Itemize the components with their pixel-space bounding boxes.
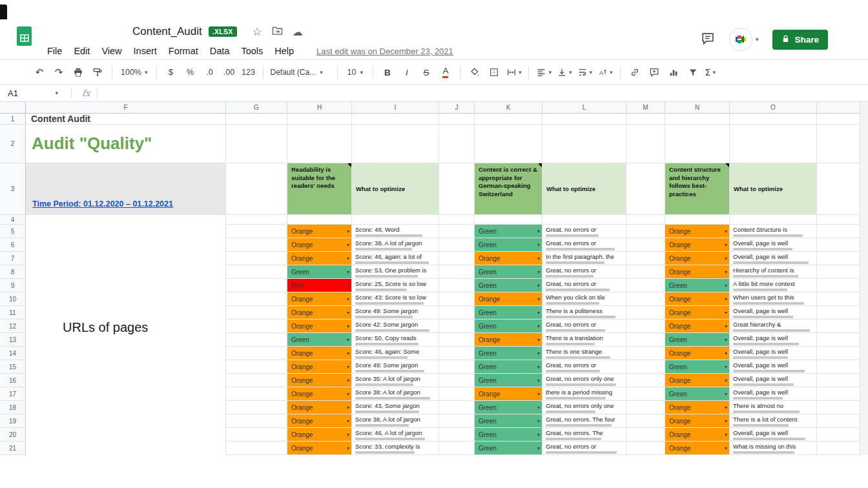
cell-J16[interactable] bbox=[439, 374, 475, 387]
note-cell-O15[interactable]: Overall, page is well bbox=[730, 360, 817, 374]
note-cell-O8[interactable]: Hierarchy of content is bbox=[730, 265, 817, 279]
cell-M6[interactable] bbox=[626, 238, 665, 252]
vertical-align-control[interactable]: ▾ bbox=[557, 67, 572, 77]
row-header-20[interactable]: 20 bbox=[0, 428, 26, 442]
decimal-decrease-button[interactable]: .0 bbox=[203, 65, 217, 80]
cell-G17[interactable] bbox=[226, 387, 287, 401]
cell-F11[interactable] bbox=[26, 306, 226, 320]
rating-cell-K14[interactable]: Green▾ bbox=[475, 347, 542, 360]
rating-cell-H17[interactable]: Orange▾ bbox=[287, 387, 352, 401]
decimal-increase-button[interactable]: .00 bbox=[222, 65, 236, 80]
cell-J7[interactable] bbox=[439, 252, 475, 265]
menu-tools[interactable]: Tools bbox=[235, 46, 269, 56]
cell-L1[interactable] bbox=[542, 114, 626, 125]
cell-O4[interactable] bbox=[730, 215, 817, 225]
fill-color-icon[interactable] bbox=[468, 65, 482, 80]
note-cell-I8[interactable]: Score: 53, One problem is bbox=[352, 265, 439, 279]
dropdown-arrow-icon[interactable]: ▾ bbox=[537, 310, 540, 316]
header-optimize-2[interactable]: What to optimize bbox=[542, 163, 626, 215]
dropdown-arrow-icon[interactable]: ▾ bbox=[347, 296, 349, 302]
dropdown-arrow-icon[interactable]: ▾ bbox=[347, 405, 349, 411]
cell-F6[interactable] bbox=[26, 238, 226, 252]
cell-F3-time-period[interactable]: Time Period: 01.12.2020 – 01.12.2021 bbox=[26, 163, 226, 215]
dropdown-arrow-icon[interactable]: ▾ bbox=[725, 418, 727, 424]
dropdown-arrow-icon[interactable]: ▾ bbox=[725, 337, 727, 343]
cell-F19[interactable] bbox=[26, 414, 226, 428]
cell-J10[interactable] bbox=[439, 292, 475, 306]
move-folder-icon[interactable] bbox=[272, 26, 283, 38]
note-cell-L17[interactable]: there is a period missing bbox=[542, 387, 626, 401]
dropdown-arrow-icon[interactable]: ▾ bbox=[537, 364, 540, 370]
cell-M16[interactable] bbox=[626, 374, 665, 387]
note-cell-O17[interactable]: Overall, page is well bbox=[730, 387, 817, 401]
cell-M19[interactable] bbox=[626, 414, 665, 428]
note-cell-L8[interactable]: Great, no errors or bbox=[542, 265, 626, 279]
cell-M18[interactable] bbox=[626, 401, 665, 414]
cell-J5[interactable] bbox=[439, 225, 475, 238]
cell-I4[interactable] bbox=[352, 215, 439, 225]
dropdown-arrow-icon[interactable]: ▾ bbox=[725, 242, 727, 248]
row-header-19[interactable]: 19 bbox=[0, 414, 26, 428]
note-cell-I11[interactable]: Score 49: Some jargon bbox=[352, 306, 439, 320]
menu-format[interactable]: Format bbox=[163, 46, 204, 56]
cell-F14[interactable] bbox=[26, 347, 226, 360]
rating-cell-N10[interactable]: Orange▾ bbox=[665, 292, 730, 306]
column-header-J[interactable]: J bbox=[439, 102, 475, 114]
rating-cell-K6[interactable]: Green▾ bbox=[475, 238, 542, 252]
note-cell-I19[interactable]: Score 38, A lot of jargon bbox=[352, 414, 439, 428]
column-header-L[interactable]: L bbox=[542, 102, 626, 114]
dropdown-arrow-icon[interactable]: ▾ bbox=[725, 283, 727, 289]
row-header-21[interactable]: 21 bbox=[0, 442, 26, 455]
dropdown-arrow-icon[interactable]: ▾ bbox=[347, 256, 349, 261]
cell-G20[interactable] bbox=[226, 428, 287, 442]
row-header-15[interactable]: 15 bbox=[0, 360, 26, 374]
note-cell-L16[interactable]: Great, no errors only one bbox=[542, 374, 626, 387]
italic-button[interactable]: I bbox=[400, 65, 414, 80]
note-cell-O20[interactable]: Overall, page is well bbox=[730, 428, 817, 442]
dropdown-arrow-icon[interactable]: ▾ bbox=[725, 269, 727, 275]
note-cell-L12[interactable]: Great, no errors or bbox=[542, 320, 626, 333]
note-cell-O10[interactable]: When users get to this bbox=[730, 292, 817, 306]
cell-F13[interactable] bbox=[26, 333, 226, 347]
cell-G21[interactable] bbox=[226, 442, 287, 455]
text-color-button[interactable]: A bbox=[442, 66, 448, 78]
note-cell-L20[interactable]: Great, no errors. The bbox=[542, 428, 626, 442]
column-header-H[interactable]: H bbox=[287, 102, 352, 114]
cell-G4[interactable] bbox=[226, 215, 287, 225]
dropdown-arrow-icon[interactable]: ▾ bbox=[347, 283, 349, 289]
rating-cell-N17[interactable]: Green▾ bbox=[665, 387, 730, 401]
dropdown-arrow-icon[interactable]: ▾ bbox=[347, 418, 349, 424]
undo-icon[interactable]: ↶ bbox=[32, 65, 46, 80]
note-cell-O9[interactable]: A little bit more context bbox=[730, 279, 817, 292]
dropdown-arrow-icon[interactable]: ▾ bbox=[537, 229, 540, 234]
cell-M2[interactable] bbox=[626, 125, 665, 163]
dropdown-arrow-icon[interactable]: ▾ bbox=[725, 256, 727, 261]
dropdown-arrow-icon[interactable]: ▾ bbox=[537, 432, 540, 438]
dropdown-arrow-icon[interactable]: ▾ bbox=[347, 337, 349, 343]
dropdown-arrow-icon[interactable]: ▾ bbox=[725, 351, 727, 356]
note-cell-O16[interactable]: Overall, page is well bbox=[730, 374, 817, 387]
cell-J8[interactable] bbox=[439, 265, 475, 279]
menu-insert[interactable]: Insert bbox=[128, 46, 163, 56]
dropdown-arrow-icon[interactable]: ▾ bbox=[537, 296, 540, 302]
cell-H4[interactable] bbox=[287, 215, 352, 225]
note-cell-I6[interactable]: Score: 38, A lot of jargon bbox=[352, 238, 439, 252]
dropdown-arrow-icon[interactable]: ▾ bbox=[725, 229, 727, 234]
cell-M1[interactable] bbox=[626, 114, 665, 125]
dropdown-arrow-icon[interactable]: ▾ bbox=[347, 432, 349, 438]
time-period-link[interactable]: Time Period: 01.12.2020 – 01.12.2021 bbox=[32, 199, 173, 208]
cell-I2[interactable] bbox=[352, 125, 439, 163]
text-rotation-control[interactable]: A ▾ bbox=[597, 67, 613, 77]
font-family-select[interactable]: Default (Ca...▾ bbox=[271, 68, 330, 77]
row-header-12[interactable]: 12 bbox=[0, 320, 26, 333]
note-cell-I14[interactable]: Score: 46, again: Some bbox=[352, 347, 439, 360]
cell-M13[interactable] bbox=[626, 333, 665, 347]
rating-cell-K12[interactable]: Green▾ bbox=[475, 320, 542, 333]
dropdown-arrow-icon[interactable]: ▾ bbox=[347, 378, 349, 383]
horizontal-align-control[interactable]: ▾ bbox=[536, 67, 552, 77]
cell-F18[interactable] bbox=[26, 401, 226, 414]
header-readability[interactable]: Readability is suitable for the readers'… bbox=[287, 163, 352, 215]
note-cell-L14[interactable]: There is one strange bbox=[542, 347, 626, 360]
rating-cell-N9[interactable]: Green▾ bbox=[665, 279, 730, 292]
rating-cell-K20[interactable]: Green▾ bbox=[475, 428, 542, 442]
